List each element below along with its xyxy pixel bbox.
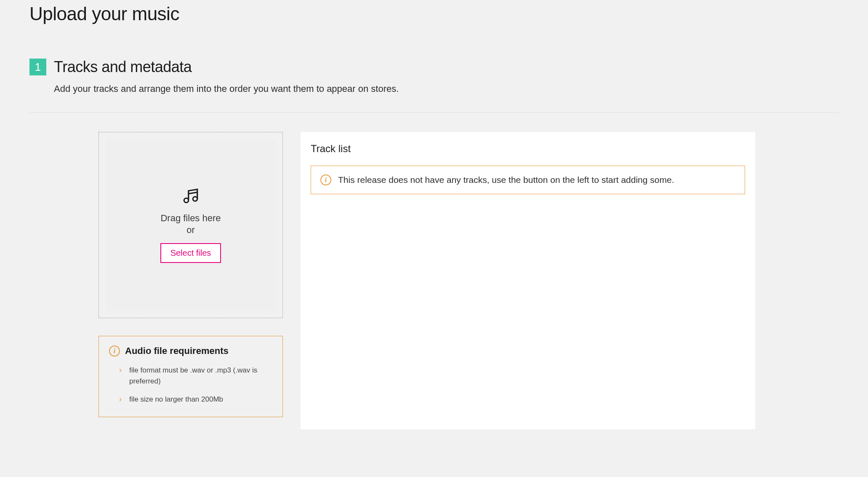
svg-point-1 xyxy=(193,197,197,201)
requirements-title: Audio file requirements xyxy=(125,346,229,356)
requirement-text: file format must be .wav or .mp3 (.wav i… xyxy=(129,365,272,387)
select-files-button[interactable]: Select files xyxy=(160,243,221,263)
upload-dropzone[interactable]: Drag files here or Select files xyxy=(99,132,283,318)
step-number-badge: 1 xyxy=(29,59,46,75)
drag-instruction: Drag files here or xyxy=(160,212,221,236)
info-icon: i xyxy=(109,346,120,356)
section-header: 1 Tracks and metadata xyxy=(29,58,839,76)
section-divider xyxy=(29,112,839,113)
notice-text: This release does not have any tracks, u… xyxy=(338,175,674,185)
page-title: Upload your music xyxy=(29,0,839,24)
music-note-icon xyxy=(182,187,200,206)
info-icon: i xyxy=(320,174,331,185)
requirement-item: › file format must be .wav or .mp3 (.wav… xyxy=(109,365,272,387)
section-description: Add your tracks and arrange them into th… xyxy=(54,83,839,94)
left-column: Drag files here or Select files i Audio … xyxy=(99,132,283,417)
requirement-item: › file size no larger than 200Mb xyxy=(109,394,272,405)
content-row: Drag files here or Select files i Audio … xyxy=(99,132,839,429)
tracklist-title: Track list xyxy=(311,143,745,155)
dropzone-inner: Drag files here or Select files xyxy=(106,139,276,311)
chevron-right-icon: › xyxy=(119,394,122,405)
tracklist-panel: Track list i This release does not have … xyxy=(301,132,755,429)
svg-point-0 xyxy=(184,198,189,203)
svg-line-2 xyxy=(189,192,197,194)
chevron-right-icon: › xyxy=(119,365,122,375)
drag-line-1: Drag files here xyxy=(160,213,221,223)
requirements-header: i Audio file requirements xyxy=(109,346,272,356)
drag-line-2: or xyxy=(186,225,195,235)
empty-tracklist-notice: i This release does not have any tracks,… xyxy=(311,166,745,194)
requirement-text: file size no larger than 200Mb xyxy=(129,394,223,405)
section-title: Tracks and metadata xyxy=(54,58,192,76)
requirements-box: i Audio file requirements › file format … xyxy=(99,336,283,417)
